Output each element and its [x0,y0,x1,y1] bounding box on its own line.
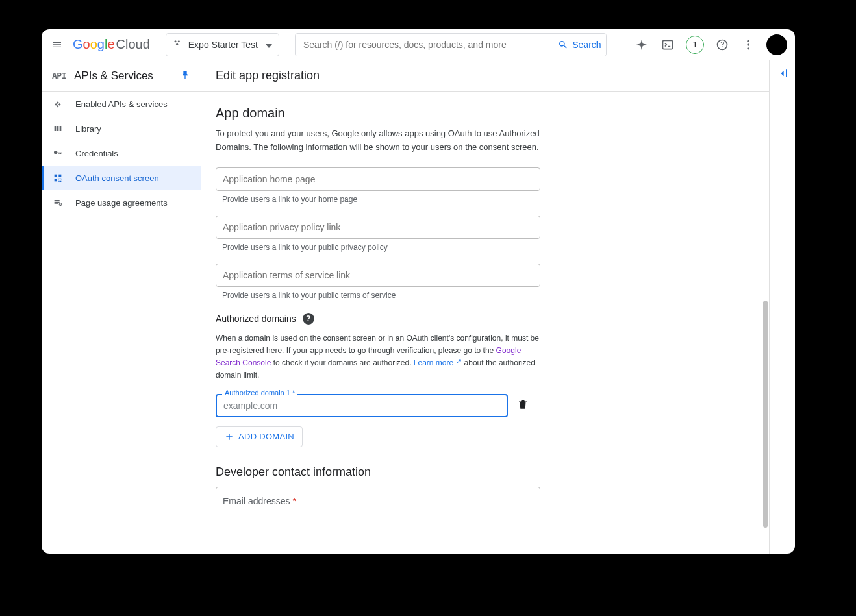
sidebar-title: APIs & Services [74,69,172,82]
account-avatar[interactable] [766,34,787,55]
project-selector[interactable]: Expo Starter Test [166,33,279,56]
pin-icon[interactable] [180,69,190,82]
authorized-domain-row: Authorized domain 1 * [216,394,540,417]
project-name-label: Expo Starter Test [188,40,258,50]
privacy-input[interactable] [216,216,540,239]
trash-icon [517,399,529,410]
plus-icon [224,432,234,442]
external-link-icon [455,357,462,369]
scrollbar-thumb[interactable] [763,301,768,528]
project-icon [173,38,183,51]
privacy-field [216,216,540,239]
search-icon [558,40,568,50]
authorized-domains-heading: Authorized domains ? [216,313,755,325]
add-domain-label: ADD DOMAIN [238,432,294,441]
sidebar-item-oauth-consent[interactable]: OAuth consent screen [42,166,201,190]
authorized-domains-desc: When a domain is used on the consent scr… [216,332,540,382]
google-cloud-logo[interactable]: GoogleCloud [73,37,150,52]
email-input-wrapper[interactable]: Email addresses * [216,487,540,510]
notifications-badge[interactable]: 1 [686,36,704,54]
more-menu-icon[interactable] [740,37,756,53]
authorized-domain-label: Authorized domain 1 * [222,389,297,397]
library-icon [52,123,64,134]
sidebar-item-credentials[interactable]: Credentials [42,141,201,166]
sidebar-item-enabled-apis[interactable]: Enabled APIs & services [42,92,201,116]
main-body: Edit app registration App domain To prot… [201,60,769,554]
main-panel: Edit app registration App domain To prot… [201,60,795,554]
cloud-shell-icon[interactable] [660,37,675,53]
header-actions: 1 ? [634,34,787,55]
sidebar-header: API APIs & Services [42,60,201,92]
side-nav: API APIs & Services Enabled APIs & servi… [42,60,201,554]
badge-count: 1 [692,40,697,49]
learn-more-link[interactable]: Learn more [414,358,462,367]
add-domain-button[interactable]: ADD DOMAIN [216,426,303,447]
home-page-input[interactable] [216,167,540,191]
sidebar-item-page-usage[interactable]: Page usage agreements [42,190,201,215]
api-icon: API [52,71,66,80]
nav-menu-button[interactable] [49,37,65,53]
collapse-panel-button[interactable] [776,67,789,554]
tos-input[interactable] [216,264,540,287]
svg-rect-10 [58,175,61,177]
global-header: GoogleCloud Expo Starter Test Search 1 ? [42,29,795,60]
delete-domain-button[interactable] [517,399,529,413]
sidebar-item-label: Page usage agreements [75,198,168,208]
tos-field [216,264,540,287]
search-input[interactable] [296,34,553,56]
agreement-icon [52,197,64,208]
help-icon[interactable]: ? [714,37,730,53]
home-page-field [216,167,540,191]
form-area: App domain To protect you and your users… [201,92,769,524]
tos-helper: Provide users a link to your public term… [222,291,752,300]
developer-contact-heading: Developer contact information [216,465,755,479]
key-icon [52,147,64,159]
privacy-helper: Provide users a link to your public priv… [222,243,752,252]
search-button[interactable]: Search [553,34,606,56]
content-area: API APIs & Services Enabled APIs & servi… [42,60,795,554]
app-domain-desc: To protect you and your users, Google on… [216,127,540,154]
page-title: Edit app registration [201,60,769,92]
chevron-left-bar-icon [776,67,789,80]
search-button-label: Search [572,40,601,50]
sidebar-item-label: Enabled APIs & services [75,99,168,109]
svg-rect-11 [55,179,57,181]
diamond-icon [52,98,64,110]
chevron-down-icon [266,40,272,50]
svg-point-2 [176,43,178,45]
svg-point-1 [178,40,180,42]
search-bar: Search [295,33,607,56]
app-domain-heading: App domain [216,106,755,121]
svg-rect-9 [55,175,57,177]
svg-text:?: ? [720,41,724,48]
svg-point-13 [59,203,62,206]
right-panel-strip [769,60,795,554]
home-page-helper: Provide users a link to your home page [222,195,752,204]
svg-rect-3 [663,40,673,49]
svg-point-7 [747,43,749,45]
consent-icon [52,172,64,184]
gemini-icon[interactable] [634,37,649,53]
svg-rect-12 [58,179,61,181]
logo-suffix: Cloud [116,37,150,52]
sidebar-item-library[interactable]: Library [42,116,201,141]
authorized-domain-input[interactable] [216,394,508,417]
app-window: GoogleCloud Expo Starter Test Search 1 ? [42,29,795,554]
sidebar-item-label: OAuth consent screen [75,173,159,183]
hamburger-icon [52,38,62,51]
email-field: Email addresses * [216,487,540,510]
sidebar-item-label: Credentials [75,149,118,158]
help-tooltip-icon[interactable]: ? [303,313,314,325]
svg-point-0 [174,40,176,42]
email-label: Email addresses * [223,496,296,506]
svg-point-8 [747,47,749,49]
sidebar-item-label: Library [75,124,101,134]
svg-point-6 [747,40,749,42]
